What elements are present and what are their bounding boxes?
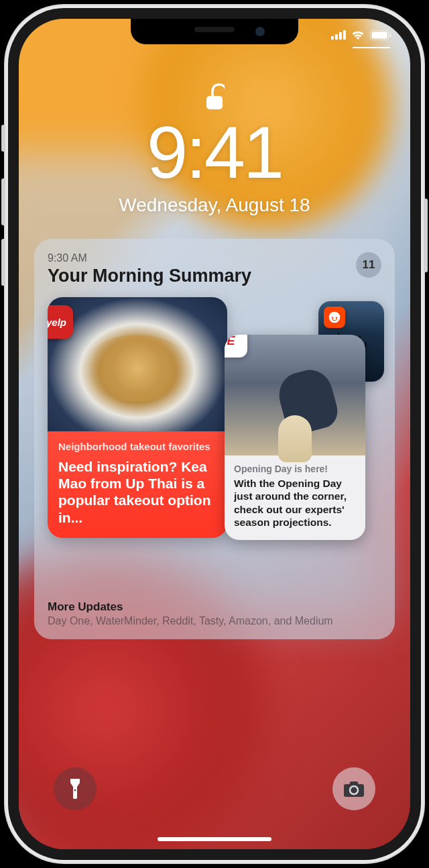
- espn-card-headline: With the Opening Day just around the cor…: [234, 477, 356, 529]
- svg-point-9: [332, 317, 334, 319]
- summary-title: Your Morning Summary: [48, 266, 356, 286]
- power-button[interactable]: [424, 199, 428, 272]
- yelp-card-headline: Need inspiration? Kea Mao from Up Thai i…: [58, 458, 217, 526]
- espn-card-image: E: [225, 335, 365, 455]
- clock-time: 9:41: [147, 115, 282, 189]
- unlock-icon: [204, 83, 225, 111]
- flashlight-icon: [69, 777, 81, 800]
- camera-icon: [343, 780, 365, 798]
- summary-count-badge: 11: [356, 252, 381, 278]
- status-bar: [331, 30, 391, 40]
- yelp-app-icon: yelp: [48, 305, 73, 339]
- summary-timestamp: 9:30 AM: [48, 252, 356, 264]
- battery-icon: [370, 30, 391, 40]
- clock-date: Wednesday, August 18: [119, 195, 310, 216]
- svg-point-11: [74, 790, 76, 792]
- home-indicator[interactable]: [158, 837, 271, 841]
- espn-card-subtitle: Opening Day is here!: [234, 464, 356, 474]
- more-updates-label: More Updates: [48, 600, 381, 614]
- svg-rect-5: [372, 32, 387, 38]
- notification-summary-card[interactable]: 9:30 AM Your Morning Summary 11: [34, 239, 395, 639]
- volume-down-button[interactable]: [1, 239, 5, 286]
- more-updates-apps: Day One, WaterMinder, Reddit, Tasty, Ama…: [48, 615, 381, 627]
- silence-switch[interactable]: [1, 125, 5, 152]
- lock-screen[interactable]: 9:41 Wednesday, August 18 9:30 AM Your M…: [19, 19, 410, 849]
- svg-point-10: [336, 317, 338, 319]
- svg-point-8: [329, 312, 341, 323]
- svg-rect-1: [335, 34, 338, 40]
- reddit-app-icon: [324, 307, 345, 328]
- camera-button[interactable]: [332, 767, 375, 810]
- cellular-icon: [331, 30, 346, 40]
- yelp-card-subtitle: Neighborhood takeout favorites: [58, 441, 217, 453]
- notch: [131, 19, 298, 44]
- control-center-hint: [353, 47, 390, 48]
- summary-card-espn[interactable]: E Opening Day is here! With the Opening …: [225, 335, 365, 540]
- svg-rect-7: [206, 96, 223, 109]
- espn-app-icon: E: [225, 335, 247, 358]
- wifi-icon: [351, 30, 365, 40]
- summary-card-yelp[interactable]: yelp Neighborhood takeout favorites Need…: [48, 297, 227, 538]
- phone-frame: 9:41 Wednesday, August 18 9:30 AM Your M…: [4, 4, 425, 864]
- svg-rect-3: [343, 30, 346, 40]
- yelp-card-image: yelp: [48, 297, 227, 431]
- flashlight-button[interactable]: [54, 767, 97, 810]
- svg-rect-2: [339, 32, 342, 40]
- svg-rect-6: [389, 33, 391, 37]
- svg-rect-0: [331, 36, 334, 40]
- volume-up-button[interactable]: [1, 178, 5, 225]
